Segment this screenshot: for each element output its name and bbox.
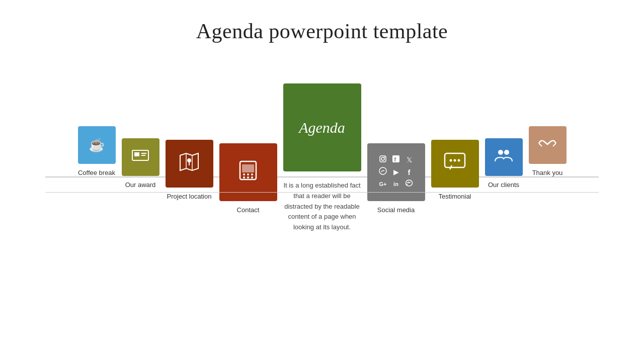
svg-rect-6 (242, 164, 254, 172)
tile-thank-you[interactable] (529, 126, 567, 164)
label-social-media: Social media (377, 206, 415, 214)
svg-point-24 (498, 150, 503, 155)
clients-icon (494, 147, 513, 167)
svg-point-10 (243, 176, 245, 178)
svg-point-9 (251, 173, 253, 175)
item-testimonial: Testimonial (431, 140, 479, 200)
svg-point-8 (247, 173, 249, 175)
label-contact: Contact (237, 206, 260, 214)
svg-rect-1 (134, 152, 139, 156)
messenger-icon (405, 179, 413, 189)
item-contact: Contact (219, 143, 277, 214)
label-thank-you: Thank you (532, 169, 563, 176)
page-title: Agenda powerpoint template (0, 0, 644, 53)
svg-point-25 (504, 150, 509, 155)
instagram-icon (379, 155, 387, 165)
handshake-icon (538, 135, 557, 155)
svg-point-15 (384, 157, 385, 158)
map-icon (178, 152, 200, 175)
svg-point-14 (381, 157, 384, 160)
svg-text:f: f (394, 156, 396, 162)
label-testimonial: Testimonial (438, 193, 471, 200)
item-our-clients: Our clients (485, 138, 523, 189)
tile-testimonial[interactable] (431, 140, 479, 188)
facebook-square-icon: f (392, 155, 400, 165)
agenda-label: Agenda (299, 119, 345, 136)
svg-point-21 (450, 159, 452, 161)
item-our-award: Our award (122, 138, 159, 189)
tile-agenda[interactable]: Agenda (283, 83, 361, 171)
svg-point-22 (454, 159, 456, 161)
tile-our-clients[interactable] (485, 138, 523, 176)
whatsapp-icon (379, 167, 387, 177)
facebook-icon: f (408, 168, 411, 176)
label-project-location: Project location (167, 193, 212, 200)
tile-project-location[interactable] (166, 140, 213, 188)
tile-coffee-break[interactable]: ☕ (78, 126, 116, 164)
item-thank-you: Thank you (529, 126, 567, 176)
label-our-clients: Our clients (488, 181, 519, 189)
googleplus-icon: G+ (379, 181, 387, 187)
label-coffee-break: Coffee break (78, 169, 115, 176)
agenda-description: It is a long established fact that a rea… (283, 180, 361, 233)
items-container: ☕ Coffee break Our award (0, 83, 644, 233)
twitter-icon: 𝕏 (407, 156, 412, 164)
youtube-icon: ▶ (393, 168, 399, 176)
timeline-area: ☕ Coffee break Our award (0, 83, 644, 233)
coffee-icon: ☕ (89, 137, 105, 153)
bottom-divider (45, 192, 599, 193)
item-social-media: f 𝕏 ▶ f G+ in (367, 143, 425, 214)
svg-point-12 (251, 176, 253, 178)
tile-our-award[interactable] (122, 138, 159, 176)
svg-point-7 (243, 173, 245, 175)
item-project-location: Project location (166, 140, 213, 200)
label-our-award: Our award (125, 181, 156, 189)
chat-icon (443, 151, 467, 176)
svg-point-11 (247, 176, 249, 178)
award-icon (131, 148, 149, 165)
item-coffee-break: ☕ Coffee break (78, 126, 116, 176)
item-agenda: Agenda It is a long established fact tha… (283, 83, 361, 233)
svg-point-23 (458, 159, 460, 161)
linkedin-icon: in (393, 181, 398, 187)
svg-point-4 (187, 158, 191, 162)
social-icons-grid: f 𝕏 ▶ f G+ in (377, 155, 415, 189)
phone-icon (235, 157, 261, 187)
